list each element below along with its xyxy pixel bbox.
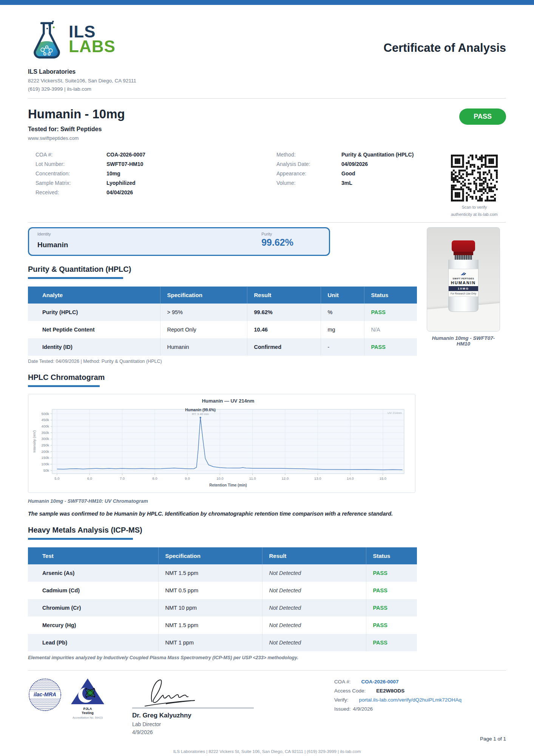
col-unit: Unit	[321, 287, 364, 304]
cell-status: PASS	[366, 582, 417, 599]
chromatogram-caption: Humanin 10mg - SWFT07-HM10: UV Chromatog…	[28, 498, 506, 504]
section-title-chromatogram: HPLC Chromatogram	[28, 373, 506, 382]
cell-status: PASS	[366, 634, 417, 651]
svg-text:15.0: 15.0	[380, 476, 387, 480]
table-row: Lead (Pb)NMT 1 ppmNot DetectedPASS	[28, 634, 417, 651]
cell-result: Not Detected	[262, 634, 366, 651]
table-header-row: Test Specification Result Status	[28, 547, 417, 564]
verify-link[interactable]: portal.ils-lab.com/verify/dQ2huiPLmk72OH…	[359, 697, 461, 703]
issued-label: Issued:	[334, 706, 353, 712]
pjla-accreditation: Accreditation No. 59423	[66, 716, 109, 719]
peak-label: Humanin (99.6%)	[185, 408, 216, 412]
sample-info-right: Method:Purity & Quantitation (HPLC)Analy…	[276, 152, 414, 189]
status-badge: PASS	[459, 108, 506, 125]
verification-block: COA #:COA-2026-0007 Access Code:EE2W8ODS…	[334, 677, 461, 715]
hplc-results-table: Analyte Specification Result Unit Status…	[28, 287, 417, 356]
cell-unit: %	[321, 304, 364, 321]
signer-role: Lab Director	[132, 721, 258, 727]
col-result: Result	[262, 547, 366, 564]
cell-status: PASS	[366, 617, 417, 634]
cell-specification: NMT 10 ppm	[158, 599, 262, 617]
access-code-value: EE2W8ODS	[376, 688, 404, 694]
divider	[28, 98, 506, 99]
date-tested-note: Date Tested: 04/09/2026 | Method: Purity…	[28, 359, 506, 364]
vial-label: SWIFT PEPTIDES HUMANIN 10MG For Research…	[449, 269, 478, 297]
peak-rt-label: RT: 9.40 min	[192, 412, 209, 416]
info-label: Lot Number:	[35, 161, 106, 167]
svg-text:7.0: 7.0	[120, 476, 125, 480]
page-title: Humanin - 10mg	[28, 107, 125, 121]
access-code-label: Access Code:	[334, 688, 376, 694]
cell-result: Not Detected	[262, 599, 366, 617]
signature-icon	[137, 677, 221, 711]
table-row: Chromium (Cr)NMT 10 ppmNot DetectedPASS	[28, 599, 417, 617]
heavy-metals-table: Test Specification Result Status Arsenic…	[28, 547, 417, 651]
product-photo-card: SWIFT PEPTIDES HUMANIN 10MG For Research…	[427, 227, 500, 347]
client-website-link[interactable]: www.swiftpeptides.com	[28, 135, 125, 141]
identity-purity-summary: Identity Humanin Purity 99.62%	[28, 227, 330, 256]
pjla-sub: Testing	[66, 711, 109, 715]
pjla-logo-block: PJLA Testing Accreditation No. 59423	[66, 677, 109, 719]
info-row: Concentration:10mg	[35, 170, 145, 177]
svg-text:11.0: 11.0	[249, 476, 256, 480]
cell-result: Not Detected	[262, 564, 366, 582]
document-header: ILS LABS Certificate of Analysis	[28, 19, 506, 59]
tested-for: Tested for: Swift Peptides	[28, 126, 125, 133]
issued-value: 4/9/2026	[353, 706, 373, 712]
cell-specification: NMT 0.5 ppm	[158, 582, 262, 599]
info-label: Appearance:	[276, 170, 341, 177]
info-row: Sample Matrix:Lyophilized	[35, 180, 145, 186]
table-row: Net Peptide ContentReport Only10.46mgN/A	[28, 321, 417, 338]
info-value: 04/04/2026	[106, 189, 133, 195]
vial: SWIFT PEPTIDES HUMANIN 10MG For Research…	[448, 240, 478, 312]
col-test: Test	[28, 547, 158, 564]
y-axis-label: Intensity (mV)	[32, 431, 36, 453]
sample-info-section: COA #:COA-2026-0007Lot Number:SWFT07-HM1…	[28, 151, 506, 216]
info-row: Received:04/04/2026	[35, 189, 145, 195]
verify-label: Verify:	[334, 697, 359, 703]
identity-label: Identity	[37, 232, 68, 236]
ilac-mra-logo: ilac-MRA	[28, 677, 62, 712]
cell-specification: > 95%	[160, 304, 247, 321]
info-value: SWFT07-HM10	[106, 161, 143, 167]
cell-specification: Report Only	[160, 321, 247, 338]
svg-text:500k: 500k	[41, 412, 49, 416]
cell-result: 99.62%	[247, 304, 321, 321]
sample-info-left: COA #:COA-2026-0007Lot Number:SWFT07-HM1…	[35, 152, 145, 199]
info-label: COA #:	[35, 152, 106, 158]
cell-unit: -	[321, 338, 364, 356]
section-title-heavy-metals: Heavy Metals Analysis (ICP-MS)	[28, 526, 506, 534]
legal-line-1: ILS Laboratories | 8222 Vickers St, Suit…	[28, 748, 506, 756]
info-value: 10mg	[106, 170, 120, 177]
chromatogram-chart-box: 50k100k150k200k250k300k350k400k450k500k5…	[28, 394, 415, 493]
certificate-title: Certificate of Analysis	[384, 41, 506, 59]
vial-photo: SWIFT PEPTIDES HUMANIN 10MG For Research…	[427, 227, 500, 332]
x-axis-label: Retention Time (min)	[209, 483, 247, 487]
col-specification: Specification	[160, 287, 247, 304]
lab-contact: (619) 329-3999 | ils-lab.com	[28, 86, 506, 92]
svg-text:13.0: 13.0	[314, 476, 321, 480]
cell-status: PASS	[366, 599, 417, 617]
hplc-chromatogram-chart: 50k100k150k200k250k300k350k400k450k500k5…	[30, 397, 413, 490]
table-row: Cadmium (Cd)NMT 0.5 ppmNot DetectedPASS	[28, 582, 417, 599]
vial-note: For Research Use Only	[449, 292, 478, 295]
cell-status: N/A	[364, 321, 417, 338]
cell-result: Not Detected	[262, 617, 366, 634]
section-underline	[28, 385, 100, 387]
purity-value: 99.62%	[261, 237, 293, 248]
brand-logo-icon	[460, 272, 466, 276]
info-label: Sample Matrix:	[35, 180, 106, 186]
col-status: Status	[364, 287, 417, 304]
cell-analyte: Identity (ID)	[28, 338, 160, 356]
cell-test: Cadmium (Cd)	[28, 582, 158, 599]
qr-caption-1: Scan to verify	[449, 205, 499, 209]
svg-text:100k: 100k	[41, 462, 49, 466]
cell-result: Not Detected	[262, 582, 366, 599]
info-row: Appearance:Good	[276, 170, 414, 177]
cell-result: Confirmed	[247, 338, 321, 356]
table-row: Purity (HPLC)> 95%99.62%%PASS	[28, 304, 417, 321]
pjla-name: PJLA	[66, 707, 109, 711]
top-accent-bar	[0, 0, 534, 5]
svg-text:50k: 50k	[43, 468, 49, 472]
cell-status: PASS	[366, 564, 417, 582]
